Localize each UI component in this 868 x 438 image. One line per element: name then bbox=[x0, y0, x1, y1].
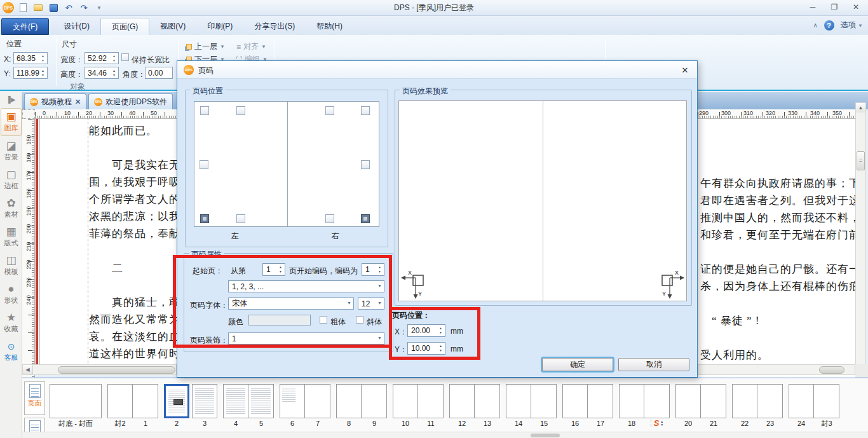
angle-input[interactable]: 0.00 bbox=[145, 67, 173, 79]
document-tab-欢迎使用DPS软件[interactable]: DPS欢迎使用DPS软件 bbox=[88, 93, 173, 109]
page-thumbnail-18[interactable] bbox=[619, 384, 644, 418]
menu-tab-帮助(H)[interactable]: 帮助(H) bbox=[306, 18, 353, 35]
pos-right-bottom-right-checkbox[interactable] bbox=[361, 214, 370, 223]
dialog-close-icon[interactable]: ✕ bbox=[679, 64, 691, 76]
coord-y-spinner[interactable]: ▲▼ bbox=[437, 343, 444, 353]
v-scrollbar-thumb[interactable]: ≡ bbox=[857, 151, 865, 170]
tab-pages[interactable]: 页面 bbox=[24, 381, 45, 415]
document-tab-视频教程[interactable]: DPS视频教程✕ bbox=[24, 93, 86, 109]
pos-left-top-left-checkbox[interactable] bbox=[200, 106, 209, 115]
x-position-input[interactable]: 68.35▲▼ bbox=[13, 52, 48, 64]
page-thumbnail-23[interactable] bbox=[757, 384, 783, 418]
sidebar-item-layout[interactable]: ▦版式 bbox=[1, 224, 22, 250]
page-thumbnail-22[interactable] bbox=[732, 384, 757, 418]
color-swatch[interactable] bbox=[248, 315, 311, 325]
y-position-input[interactable]: 118.99▲▼ bbox=[13, 67, 48, 79]
number-format-dropdown[interactable]: 1, 2, 3, ... bbox=[228, 280, 384, 292]
page-thumbnail-12[interactable] bbox=[449, 384, 475, 418]
font-size-dropdown[interactable]: 12 bbox=[358, 298, 384, 310]
encode-value-input[interactable]: 1▲▼ bbox=[362, 263, 384, 276]
page-thumbnail-2[interactable] bbox=[164, 384, 189, 418]
page-thumbnail-11[interactable] bbox=[418, 384, 444, 418]
italic-checkbox[interactable] bbox=[356, 316, 363, 324]
menu-tab-视图(V)[interactable]: 视图(V) bbox=[149, 18, 196, 35]
page-thumbnail-封2[interactable] bbox=[107, 384, 133, 418]
restore-button[interactable]: ❐ bbox=[824, 0, 845, 14]
minimize-button[interactable]: ─ bbox=[802, 0, 824, 14]
page-thumbnail-13[interactable] bbox=[475, 384, 500, 418]
encode-spinner[interactable]: ▲▼ bbox=[376, 264, 383, 275]
sidebar-item-background[interactable]: ◪背景 bbox=[1, 138, 22, 165]
menu-tab-印刷(P)[interactable]: 印刷(P) bbox=[196, 18, 243, 35]
scroll-up-arrow[interactable]: ▲ bbox=[856, 103, 865, 113]
width-spinner[interactable]: ▲▼ bbox=[111, 53, 118, 64]
sidebar-item-favorites[interactable]: ★收藏 bbox=[1, 310, 22, 336]
ok-button[interactable]: 确定 bbox=[542, 358, 613, 371]
canvas-right[interactable]: 午有群众向执政府请愿的事；下午便得君即在遇害者之列。但我对于这些传说推测中国人的… bbox=[698, 119, 855, 378]
page-thumbnail-8[interactable] bbox=[336, 384, 362, 418]
sidebar-item-template[interactable]: ◫模板 bbox=[1, 252, 22, 279]
pos-right-bottom-center-checkbox[interactable] bbox=[325, 214, 334, 223]
canvas-left[interactable]: 能如此而已。 可是我实在无围，使我艰于呼吸视个所谓学者文人的阴浓黑的悲凉；以我的… bbox=[35, 119, 177, 364]
page-thumbnail-封底 - 封面[interactable] bbox=[50, 384, 102, 418]
pos-left-middle-left-checkbox[interactable] bbox=[200, 160, 208, 169]
bold-checkbox[interactable] bbox=[320, 316, 327, 324]
cancel-button[interactable]: 取消 bbox=[618, 358, 689, 371]
menu-tab-设计(D)[interactable]: 设计(D) bbox=[53, 18, 100, 35]
pos-left-bottom-center-checkbox[interactable] bbox=[236, 214, 245, 223]
page-thumbnail-17[interactable] bbox=[588, 384, 613, 418]
page-thumbnail-6[interactable] bbox=[280, 384, 305, 418]
page-thumbnail-4[interactable] bbox=[223, 384, 248, 418]
thumbnail-scrollbar[interactable] bbox=[22, 432, 868, 438]
pos-right-top-center-checkbox[interactable] bbox=[325, 106, 334, 115]
page-thumbnail-封3[interactable] bbox=[814, 384, 839, 418]
h-scrollbar-right[interactable] bbox=[698, 364, 855, 375]
page-thumbnail-5[interactable] bbox=[248, 384, 274, 418]
pos-right-middle-right-checkbox[interactable] bbox=[361, 160, 370, 169]
height-input[interactable]: 34.46▲▼ bbox=[85, 67, 119, 79]
coord-y-input[interactable]: 10.00▲▼ bbox=[407, 342, 445, 355]
decoration-dropdown[interactable]: 1 bbox=[228, 332, 384, 345]
page-thumbnail[interactable] bbox=[644, 384, 670, 418]
coord-x-input[interactable]: 20.00▲▼ bbox=[407, 324, 445, 337]
sidebar-item-border[interactable]: ▢边框 bbox=[1, 167, 22, 193]
y-spinner[interactable]: ▲▼ bbox=[39, 67, 46, 78]
sidebar-collapse-icon[interactable]: ▐▶ bbox=[0, 92, 22, 106]
h-scrollbar-left[interactable]: ◀ bbox=[22, 364, 177, 375]
close-tab-icon[interactable]: ✕ bbox=[75, 98, 81, 106]
bring-forward-button[interactable]: 上一层▼ bbox=[186, 41, 225, 52]
sidebar-item-support[interactable]: ⊙客服 bbox=[1, 338, 22, 365]
page-thumbnail-10[interactable] bbox=[393, 384, 418, 418]
sidebar-item-material[interactable]: ✿素材 bbox=[1, 195, 22, 222]
h-scrollbar-thumb-right[interactable] bbox=[819, 366, 844, 374]
page-thumbnail-21[interactable] bbox=[701, 384, 726, 418]
coord-x-spinner[interactable]: ▲▼ bbox=[437, 325, 444, 336]
sidebar-item-shape[interactable]: ●形状 bbox=[1, 281, 22, 308]
page-thumbnail-9[interactable] bbox=[362, 384, 387, 418]
dialog-title-bar[interactable]: DPS 页码 ✕ bbox=[177, 61, 697, 79]
sidebar-item-gallery[interactable]: ▣图库 bbox=[1, 108, 22, 136]
collapse-ribbon-icon[interactable]: ∧ bbox=[813, 22, 817, 29]
x-spinner[interactable]: ▲▼ bbox=[39, 53, 46, 64]
page-thumbnail-15[interactable] bbox=[531, 384, 557, 418]
help-icon[interactable]: ? bbox=[824, 20, 834, 31]
menu-tab-页面(G)[interactable]: 页面(G) bbox=[100, 18, 149, 35]
v-scrollbar[interactable]: ▲ ≡ ▼ bbox=[855, 102, 866, 376]
options-menu[interactable]: 选项 ▼ bbox=[841, 20, 863, 31]
page-thumbnail-7[interactable] bbox=[305, 384, 330, 418]
page-thumbnail-16[interactable] bbox=[562, 384, 588, 418]
h-scrollbar-thumb[interactable] bbox=[58, 366, 175, 374]
page-thumbnail-1[interactable] bbox=[133, 384, 158, 418]
start-page-input[interactable]: 1▲▼ bbox=[262, 263, 285, 276]
pos-left-bottom-left-checkbox[interactable] bbox=[200, 214, 209, 223]
page-thumbnail-14[interactable] bbox=[506, 384, 531, 418]
menu-tab-分享导出(S)[interactable]: 分享导出(S) bbox=[243, 18, 306, 35]
width-input[interactable]: 52.92▲▼ bbox=[85, 52, 119, 64]
thumbnail-scrollbar-thumb[interactable] bbox=[531, 434, 560, 437]
page-thumbnail-20[interactable] bbox=[675, 384, 701, 418]
pos-right-top-right-checkbox[interactable] bbox=[361, 106, 370, 115]
start-page-spinner[interactable]: ▲▼ bbox=[277, 264, 284, 275]
close-button[interactable]: ✕ bbox=[845, 0, 867, 14]
align-button[interactable]: ≡对齐▼ bbox=[236, 41, 266, 52]
height-spinner[interactable]: ▲▼ bbox=[111, 67, 118, 78]
